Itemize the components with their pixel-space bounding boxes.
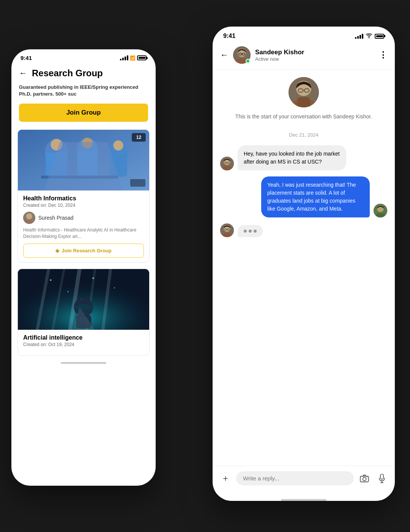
svg-rect-11 [41,176,118,179]
conversation-avatar-svg [289,77,319,107]
join-research-group-button[interactable]: ◆ Join Research Group [23,244,144,258]
svg-point-27 [114,287,115,288]
health-author-name: Suresh Prasad [38,215,74,221]
svg-rect-32 [89,305,92,309]
msg2-avatar [374,204,387,217]
svg-rect-4 [46,153,67,179]
health-informatics-card: 12 Health Informatics Created on: Dec 10… [17,129,150,263]
chat-avatar-wrap [233,46,251,64]
message-bubble-1: Hey, have you looked into the job market… [238,145,346,170]
left-page-title: Research Group [32,68,103,79]
chat-more-button[interactable]: ⋮ [379,50,387,60]
health-card-body: Health Informatics Created on: Dec 10, 2… [18,190,149,262]
message-row-2: Yeah, I was just researching that! The p… [220,176,387,217]
ai-card-title: Artificial intelligence [23,334,144,341]
chat-reply-input[interactable] [236,471,354,485]
ai-card-body: Artificial intelligence Created on: Oct … [18,330,149,356]
left-status-bar: 9:41 📶 [11,49,156,64]
conversation-start-avatar [289,77,319,107]
right-wifi [366,33,372,39]
svg-rect-10 [109,154,127,177]
left-back-button[interactable]: ← [19,68,27,78]
svg-point-6 [82,138,93,148]
svg-point-25 [68,291,69,292]
right-signal [355,34,363,39]
typing-dot-2 [249,230,252,233]
left-wifi: 📶 [130,55,136,61]
left-battery [137,55,147,60]
microphone-icon [378,474,385,483]
conversation-start: This is the start of your conversation w… [220,77,387,121]
camera-button[interactable] [358,472,371,485]
health-author-avatar [23,212,35,224]
chat-user-info: Sandeep Kishor Active now [255,49,374,62]
typing-dot-1 [244,230,247,233]
join-research-icon: ◆ [55,248,59,253]
svg-point-15 [26,213,32,219]
health-card-image: 12 [18,130,149,190]
svg-point-9 [113,140,123,150]
ai-card: Artificial intelligence Created on: Oct … [17,269,150,356]
add-attachment-button[interactable]: + [219,472,232,485]
svg-text:12: 12 [136,135,142,140]
left-home-indicator [61,362,106,364]
health-image-svg: 12 [18,130,149,190]
typing-dot-3 [254,230,257,233]
left-time: 9:41 [20,55,32,61]
typing-indicator [238,225,263,237]
right-status-bar: 9:41 [213,27,395,43]
svg-rect-31 [75,305,78,309]
message-row-3 [220,224,387,237]
left-phone: 9:41 📶 ← Research Group Guaranteed publi… [11,49,156,486]
ai-card-date: Created on: Oct 19, 2024 [23,342,144,347]
join-group-button[interactable]: Join Group [19,104,148,122]
right-time: 9:41 [223,33,235,39]
chat-back-button[interactable]: ← [220,50,229,60]
suresh-avatar-svg [23,212,35,224]
chat-body: This is the start of your conversation w… [213,69,395,458]
svg-rect-7 [77,152,98,177]
ai-card-image [18,269,149,330]
svg-point-65 [367,477,367,478]
conversation-start-text: This is the start of your conversation w… [235,113,372,121]
svg-point-64 [363,477,366,481]
health-card-desc: Health Informatics - Healthcare Analytic… [23,227,144,240]
svg-rect-1 [18,130,149,190]
microphone-button[interactable] [375,472,389,485]
chat-user-status: Active now [255,56,374,62]
join-research-label: Join Research Group [62,248,111,253]
left-header: ← Research Group [11,64,156,84]
right-home-indicator [281,499,326,501]
svg-point-3 [51,139,63,151]
right-status-icons [355,33,384,39]
right-phone: 9:41 [213,27,395,501]
date-divider: Dec 21, 2024 [220,132,387,138]
health-author-row: Suresh Prasad [23,212,144,224]
left-signal [120,55,128,60]
health-card-title: Health Informatics [23,195,144,202]
ai-image-svg [18,269,149,330]
health-card-date: Created on: Dec 10, 2024 [23,203,144,208]
right-battery [375,34,384,39]
message-row-1: Hey, have you looked into the job market… [220,145,387,170]
msg3-avatar [220,224,234,237]
camera-icon [360,475,369,482]
message-bubble-2: Yeah, I was just researching that! The p… [261,176,370,217]
online-indicator [246,59,250,63]
chat-header: ← [213,43,395,69]
msg1-avatar [220,157,234,170]
left-status-icons: 📶 [120,55,147,61]
scene: 9:41 📶 ← Research Group Guaranteed publi… [0,0,410,532]
svg-point-24 [50,279,51,281]
chat-user-name: Sandeep Kishor [255,49,374,56]
svg-rect-66 [380,474,383,479]
chat-input-area: + [213,466,395,496]
left-subtitle: Guaranteed publishing in IEEE/Spring exp… [11,84,156,104]
svg-point-26 [92,277,94,279]
